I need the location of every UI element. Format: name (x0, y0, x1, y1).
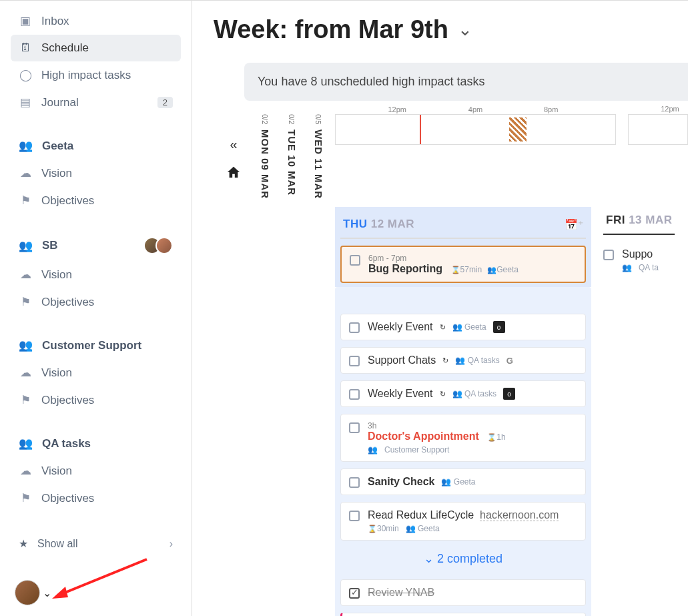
source-link[interactable]: hackernoon.com (480, 509, 559, 521)
hourglass-icon: ⌛ (368, 525, 377, 533)
cloud-icon: ☁ (19, 366, 32, 380)
cloud-icon: ☁ (19, 166, 32, 180)
users-icon: 👥 (19, 436, 33, 450)
nav-journal[interactable]: ▤ Journal 2 (11, 89, 181, 116)
week-picker-chevron[interactable]: ⌄ (458, 19, 472, 40)
task-doctor[interactable]: 3h Doctor's Appointment ⌛1h 👥Customer Su… (340, 414, 586, 462)
day-column-thu: THU 12 MAR 📅⁺ 6pm - 7pm Bug Reporting ⌛5… (335, 207, 591, 616)
nav-label: High impact tasks (41, 69, 131, 82)
task-row[interactable]: Weekly Event ↻ 👥 QA tasks o (340, 380, 586, 407)
group-name: QA tasks (42, 437, 91, 450)
collapsed-day-wed[interactable]: 0/5 WED 11 MAR (307, 114, 330, 199)
page-title-row: Week: from Mar 9th ⌄ (214, 15, 688, 44)
outlook-icon: o (503, 388, 515, 400)
task-checkbox[interactable] (349, 389, 360, 400)
main: Week: from Mar 9th ⌄ You have 8 unschedu… (192, 1, 688, 616)
day-header-fri: FRI 13 MAR (603, 207, 675, 235)
task-checkbox[interactable] (349, 356, 360, 366)
add-event-icon[interactable]: 📅⁺ (565, 218, 583, 231)
task-checkbox[interactable] (349, 588, 360, 599)
task-row[interactable]: Support Chats ↻ 👥 QA tasks G (340, 347, 586, 374)
task-redux[interactable]: Read Redux LifeCycle hackernoon.com ⌛30m… (340, 502, 586, 541)
days-area: THU 12 MAR 📅⁺ 6pm - 7pm Bug Reporting ⌛5… (214, 207, 688, 616)
avatar (15, 580, 40, 605)
prev-button[interactable]: « (230, 137, 237, 152)
now-line (420, 115, 421, 144)
star-icon: ★ (19, 537, 28, 550)
users-icon: 👥 (441, 477, 451, 487)
task-row[interactable]: Weekly Event ↻ 👥 Geeta o (340, 314, 586, 340)
tray-icon: ▣ (19, 14, 32, 28)
sidebar: ▣ Inbox 🗓 Schedule ◯ High impact tasks ▤… (0, 1, 192, 616)
group-head-sb[interactable]: 👥 SB (11, 230, 181, 261)
task-checkbox[interactable] (349, 511, 360, 521)
users-icon: 👥 (455, 356, 465, 365)
flag-icon: ⚑ (19, 491, 32, 505)
completed-toggle[interactable]: ⌄ 2 completed (340, 541, 586, 573)
page-title: Week: from Mar 9th (214, 15, 448, 44)
task-sanity[interactable]: Sanity Check 👥 Geeta (340, 469, 586, 495)
group-head-geeta[interactable]: 👥 Geeta (11, 132, 181, 160)
task-checkbox[interactable] (349, 477, 360, 488)
group-objectives[interactable]: ⚑Objectives (11, 386, 181, 414)
svg-line-0 (57, 559, 147, 596)
flag-icon: ⚑ (19, 393, 32, 407)
users-icon: 👥 (368, 445, 378, 454)
flag-icon: ⚑ (19, 295, 32, 309)
task-checkbox[interactable] (349, 422, 360, 433)
outlook-icon: o (493, 321, 505, 333)
users-icon: 👥 (487, 266, 496, 274)
sync-icon: ↻ (440, 390, 446, 398)
task-checkbox[interactable] (349, 322, 360, 333)
users-icon: 👥 (452, 322, 462, 332)
task-bug-reporting[interactable]: 6pm - 7pm Bug Reporting ⌛57min 👥Geeta (340, 246, 586, 283)
group-head-qa-tasks[interactable]: 👥 QA tasks (11, 430, 181, 457)
avatar (155, 237, 173, 254)
group-vision[interactable]: ☁Vision (11, 261, 181, 288)
unscheduled-banner[interactable]: You have 8 unscheduled high impact tasks (244, 63, 688, 101)
group-vision[interactable]: ☁Vision (11, 457, 181, 485)
users-icon: 👥 (622, 263, 632, 272)
nav-label: Journal (41, 96, 79, 109)
nav-label: Schedule (41, 41, 89, 55)
group-vision[interactable]: ☁Vision (11, 359, 181, 386)
flag-icon: ⚑ (19, 194, 32, 208)
group-name: Geeta (42, 139, 73, 153)
profile-menu[interactable]: ⌄ (15, 580, 51, 605)
chevron-right-icon: › (169, 538, 173, 550)
collapsed-day-mon[interactable]: 0/2 MON 09 MAR (254, 114, 276, 199)
collapsed-days: 0/2 MON 09 MAR 0/2 TUE 10 MAR 0/5 WED 11… (254, 114, 330, 199)
task-completed[interactable]: Review YNAB (340, 579, 586, 606)
task-checkbox[interactable] (603, 250, 614, 260)
journal-badge: 2 (157, 97, 173, 108)
task-completed[interactable]: Deploy to production ↻ (340, 613, 586, 616)
svg-marker-1 (52, 587, 68, 599)
day-column-fri: FRI 13 MAR Suppo 👥QA ta (603, 207, 675, 616)
users-icon: 👥 (452, 389, 462, 398)
group-head-customer-support[interactable]: 👥 Customer Support (11, 332, 181, 359)
timeline-row: « 0/2 MON 09 MAR 0/2 TUE 10 MAR 0/5 WED … (214, 114, 688, 199)
timeline-event-block[interactable] (509, 117, 527, 141)
show-all-button[interactable]: ★ Show all › (11, 531, 181, 557)
nav-high-impact[interactable]: ◯ High impact tasks (11, 61, 181, 89)
timeline-strip-fri[interactable]: 12pm (628, 114, 688, 199)
group-vision[interactable]: ☁Vision (11, 160, 181, 187)
nav-schedule[interactable]: 🗓 Schedule (11, 35, 181, 61)
nav-inbox[interactable]: ▣ Inbox (11, 7, 181, 35)
group-objectives[interactable]: ⚑Objectives (11, 485, 181, 512)
task-checkbox[interactable] (350, 255, 360, 266)
day-header-thu: THU 12 MAR 📅⁺ (340, 211, 586, 239)
hourglass-icon: ⌛ (487, 433, 496, 441)
users-icon: 👥 (19, 338, 33, 352)
collapsed-day-tue[interactable]: 0/2 TUE 10 MAR (280, 114, 303, 199)
users-icon: 👥 (19, 239, 33, 253)
google-icon: G (506, 356, 513, 366)
task-row[interactable]: Suppo 👥QA ta (603, 242, 675, 279)
group-objectives[interactable]: ⚑Objectives (11, 187, 181, 214)
home-button[interactable] (226, 166, 241, 182)
timeline-strip-thu[interactable]: 12pm 4pm 8pm (335, 114, 616, 145)
group-objectives[interactable]: ⚑Objectives (11, 288, 181, 316)
group-avatars (149, 237, 173, 254)
sync-icon: ↻ (440, 323, 446, 332)
nav-label: Inbox (41, 15, 69, 28)
